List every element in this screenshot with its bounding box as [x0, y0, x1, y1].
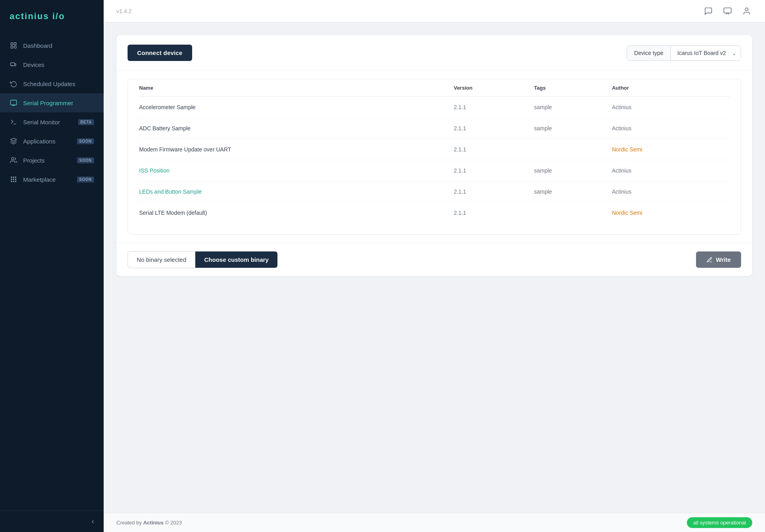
dashboard-icon — [10, 41, 18, 49]
soon-badge: SOON — [77, 138, 94, 144]
sidebar-item-scheduled-updates[interactable]: Scheduled Updates — [0, 74, 104, 93]
company-name: Actinius — [143, 520, 163, 526]
marketplace-icon — [10, 175, 18, 183]
table-row: ADC Battery Sample2.1.1sampleActinius — [139, 118, 730, 139]
svg-rect-4 — [11, 63, 15, 66]
device-type-selector: Device type Icarus IoT Board v2 — [627, 45, 741, 61]
col-author: Author — [612, 79, 730, 97]
sidebar-item-label: Scheduled Updates — [23, 80, 75, 87]
sidebar-item-dashboard[interactable]: Dashboard — [0, 36, 104, 55]
sidebar-item-label: Devices — [23, 61, 44, 68]
devices-icon — [10, 61, 18, 69]
table-row[interactable]: LEDs and Button Sample2.1.1sampleActiniu… — [139, 181, 730, 202]
card-footer: No binary selected Choose custom binary … — [116, 243, 752, 276]
sidebar-nav: Dashboard Devices Scheduled Updates — [0, 31, 104, 510]
svg-point-5 — [12, 65, 12, 66]
svg-point-19 — [15, 181, 16, 182]
user-icon[interactable] — [741, 6, 752, 17]
version-label: v1.4.2 — [116, 8, 132, 14]
table-row[interactable]: ISS Position2.1.1sampleActinius — [139, 160, 730, 181]
write-label: Write — [716, 256, 731, 263]
cell-version: 2.1.1 — [454, 97, 534, 118]
cell-name: Serial LTE Modem (default) — [139, 202, 454, 224]
created-by-text: Created by Actinius © 2023 — [116, 520, 182, 526]
table-row: Serial LTE Modem (default)2.1.1Nordic Se… — [139, 202, 730, 224]
scheduled-updates-icon — [10, 80, 18, 88]
collapse-button[interactable]: ‹ — [92, 517, 94, 526]
sidebar-item-serial-programmer[interactable]: Serial Programmer — [0, 93, 104, 112]
cell-tags: sample — [534, 118, 612, 139]
chat-icon[interactable] — [703, 6, 714, 17]
logo-text: actinius i/o — [10, 11, 65, 21]
main-content: v1.4.2 — [104, 0, 765, 532]
sidebar-item-devices[interactable]: Devices — [0, 55, 104, 74]
no-binary-button[interactable]: No binary selected — [128, 251, 195, 268]
device-type-select[interactable]: Icarus IoT Board v2 — [671, 46, 741, 60]
topbar-icons — [703, 6, 752, 17]
cell-author: Actinius — [612, 160, 730, 181]
cell-author: Nordic Semi — [612, 202, 730, 224]
cell-version: 2.1.1 — [454, 160, 534, 181]
sidebar: actinius i/o Dashboard — [0, 0, 104, 532]
sidebar-item-label: Serial Monitor — [23, 119, 60, 126]
table-header-row: Name Version Tags Author — [139, 79, 730, 97]
device-type-label: Device type — [627, 46, 671, 60]
cell-version: 2.1.1 — [454, 181, 534, 202]
cell-tags: sample — [534, 181, 612, 202]
device-type-dropdown[interactable]: Icarus IoT Board v2 — [671, 46, 741, 60]
cell-version: 2.1.1 — [454, 118, 534, 139]
soon-badge: SOON — [77, 177, 94, 183]
sidebar-item-label: Applications — [23, 138, 55, 145]
cell-tags — [534, 202, 612, 224]
svg-rect-20 — [724, 8, 731, 13]
svg-rect-3 — [14, 46, 16, 48]
svg-point-21 — [745, 8, 748, 10]
sidebar-item-label: Dashboard — [23, 42, 52, 49]
cell-name: ADC Battery Sample — [139, 118, 454, 139]
cell-tags — [534, 139, 612, 160]
svg-point-16 — [15, 179, 16, 180]
sidebar-item-applications[interactable]: Applications SOON — [0, 132, 104, 151]
sidebar-item-serial-monitor[interactable]: Serial Monitor BETA — [0, 112, 104, 132]
cell-tags: sample — [534, 97, 612, 118]
monitor-icon — [10, 118, 18, 126]
cell-author: Actinius — [612, 181, 730, 202]
write-button[interactable]: Write — [696, 251, 741, 268]
cell-name[interactable]: ISS Position — [139, 160, 454, 181]
sidebar-item-label: Projects — [23, 157, 45, 164]
cell-author: Actinius — [612, 118, 730, 139]
soon-badge: SOON — [77, 157, 94, 163]
cell-name: Modem Firmware Update over UART — [139, 139, 454, 160]
svg-point-15 — [13, 179, 14, 180]
svg-rect-1 — [14, 43, 16, 45]
cell-author: Nordic Semi — [612, 139, 730, 160]
choose-binary-button[interactable]: Choose custom binary — [195, 251, 277, 268]
app-logo: actinius i/o — [0, 0, 104, 31]
svg-point-18 — [13, 181, 14, 182]
card-header: Connect device Device type Icarus IoT Bo… — [116, 35, 752, 71]
projects-icon — [10, 156, 18, 164]
svg-point-10 — [12, 157, 14, 160]
cell-name: Accelerometer Sample — [139, 97, 454, 118]
write-icon — [706, 257, 713, 263]
firmware-table-container: Name Version Tags Author Accelerometer S… — [128, 79, 741, 235]
firmware-table: Name Version Tags Author Accelerometer S… — [139, 79, 730, 223]
sidebar-item-label: Serial Programmer — [23, 100, 73, 106]
sidebar-item-projects[interactable]: Projects SOON — [0, 151, 104, 170]
programmer-icon — [10, 99, 18, 107]
connect-device-button[interactable]: Connect device — [128, 45, 192, 61]
cell-name[interactable]: LEDs and Button Sample — [139, 181, 454, 202]
topbar: v1.4.2 — [104, 0, 765, 22]
table-row: Modem Firmware Update over UART2.1.1Nord… — [139, 139, 730, 160]
svg-point-12 — [13, 177, 14, 178]
col-version: Version — [454, 79, 534, 97]
svg-point-17 — [11, 181, 12, 182]
svg-rect-6 — [11, 100, 17, 105]
svg-point-11 — [11, 177, 12, 178]
notifications-icon[interactable] — [722, 6, 733, 17]
status-badge: all systems operational — [687, 517, 752, 528]
col-name: Name — [139, 79, 454, 97]
beta-badge: BETA — [78, 119, 94, 125]
sidebar-item-marketplace[interactable]: Marketplace SOON — [0, 170, 104, 189]
main-card: Connect device Device type Icarus IoT Bo… — [116, 35, 752, 276]
